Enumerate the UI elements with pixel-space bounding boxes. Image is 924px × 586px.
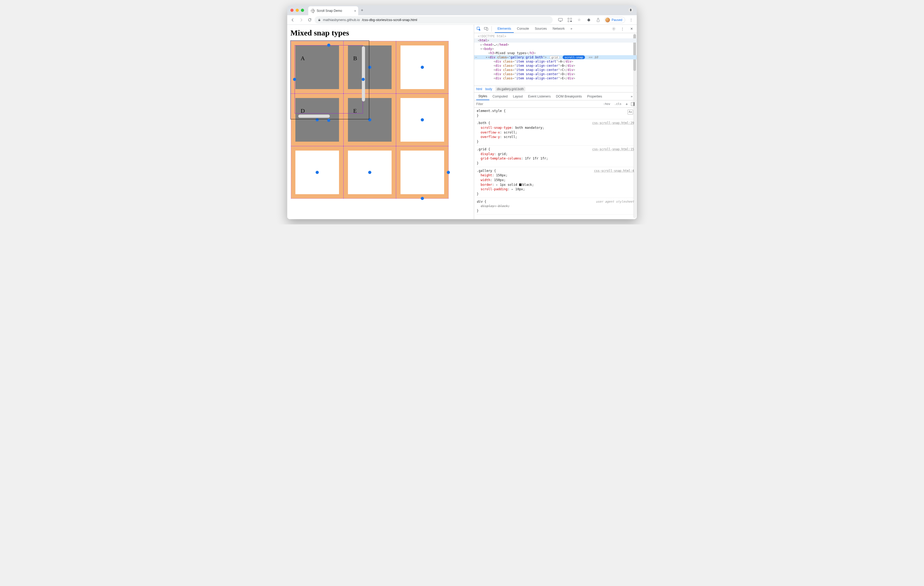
rule-source: user agent stylesheet — [596, 200, 634, 204]
dom-node[interactable]: <!DOCTYPE html> — [474, 34, 637, 38]
tab-properties[interactable]: Properties — [585, 93, 604, 100]
dom-node[interactable]: <div class="item snap-align-center">B</d… — [474, 64, 637, 68]
kebab-menu-icon[interactable]: ⋮ — [628, 17, 635, 23]
lock-icon — [318, 18, 321, 21]
minimize-window-icon[interactable] — [295, 9, 299, 12]
scroll-snap-badge[interactable]: scroll-snap — [563, 55, 585, 59]
grid-cell[interactable] — [396, 41, 449, 94]
tab-sources[interactable]: Sources — [532, 25, 549, 33]
styles-rules[interactable]: Aᴀ element.style {} css-scroll-snap.html… — [474, 108, 637, 219]
screen-share-icon[interactable] — [557, 17, 564, 23]
address-bar[interactable]: mathiasbynens.github.io/css-dbg-stories/… — [315, 16, 553, 24]
style-rule[interactable]: css-scroll-snap.html:29 .both { scroll-s… — [477, 121, 634, 145]
new-style-rule-button[interactable]: + — [625, 101, 629, 107]
crumb-selected[interactable]: div.gallery.grid.both — [495, 87, 525, 91]
cell-label: D — [300, 107, 305, 114]
close-tab-icon[interactable]: × — [354, 9, 356, 13]
devtools-panel: Elements Console Sources Network » ⋮ ✕ <… — [474, 25, 637, 219]
snap-point-icon — [368, 118, 371, 121]
grid-badge[interactable]: grid — [549, 56, 559, 59]
snap-axis-dot — [327, 119, 330, 122]
url-path: /css-dbg-stories/css-scroll-snap.html — [362, 18, 417, 22]
inspect-element-icon[interactable] — [476, 26, 482, 32]
snap-axis-dot — [361, 78, 365, 81]
grid-cell[interactable]: B — [343, 41, 396, 94]
grid-cell[interactable]: D — [291, 94, 343, 146]
computed-toggle-icon[interactable] — [631, 102, 635, 106]
tabs-overflow-icon[interactable]: » — [568, 25, 575, 33]
bookmark-star-icon[interactable]: ☆ — [576, 17, 582, 23]
styles-filter-input[interactable] — [476, 102, 600, 106]
extensions-icon[interactable] — [585, 17, 592, 23]
style-rule[interactable]: user agent stylesheet div { display: blo… — [477, 200, 634, 215]
grid-cell[interactable] — [343, 146, 396, 199]
elements-tree[interactable]: <!DOCTYPE html> <html> ▸<head>…</head> ▾… — [474, 33, 637, 86]
dom-node[interactable]: ▾<body> — [474, 47, 637, 51]
gear-icon[interactable] — [610, 26, 617, 32]
device-toolbar-icon[interactable] — [483, 26, 489, 32]
rule-source[interactable]: css-scroll-snap.html:4 — [594, 169, 634, 173]
color-swatch-icon[interactable] — [519, 183, 521, 186]
toolbar: mathiasbynens.github.io/css-dbg-stories/… — [287, 15, 637, 25]
new-tab-button[interactable]: + — [361, 8, 363, 13]
vertical-scrollbar[interactable] — [362, 46, 365, 101]
dom-node[interactable]: <div class="item snap-align-center">D</d… — [474, 72, 637, 76]
crumb-html[interactable]: html — [476, 87, 482, 91]
gallery-grid[interactable]: A B D E — [291, 41, 449, 199]
maximize-window-icon[interactable] — [301, 9, 304, 12]
grid-cell[interactable] — [291, 146, 343, 199]
dom-node[interactable]: <h3>Mixed snap types</h3> — [474, 51, 637, 55]
style-rule[interactable]: css-scroll-snap.html:15 .grid { display:… — [477, 147, 634, 167]
dom-node[interactable]: <html> — [474, 38, 637, 43]
tab-console[interactable]: Console — [514, 25, 531, 33]
hov-toggle[interactable]: :hov — [602, 102, 612, 106]
devtools-menu-icon[interactable]: ⋮ — [619, 26, 626, 32]
cell-label: A — [300, 55, 305, 62]
style-rule[interactable]: Aᴀ element.style {} — [477, 109, 634, 119]
dom-node[interactable]: <div class="item snap-align-start">A</di… — [474, 59, 637, 64]
grid-cell[interactable] — [396, 94, 449, 146]
style-rule[interactable]: css-scroll-snap.html:4 .gallery { height… — [477, 169, 634, 198]
back-button[interactable] — [289, 17, 296, 23]
cell-label: E — [353, 107, 356, 114]
grid-cell[interactable]: E — [343, 94, 396, 146]
labs-icon[interactable] — [595, 17, 602, 23]
font-size-toggle-icon[interactable]: Aᴀ — [627, 110, 633, 115]
crumb-body[interactable]: body — [485, 87, 492, 91]
cls-toggle[interactable]: .cls — [613, 102, 622, 106]
tab-layout[interactable]: Layout — [511, 93, 525, 100]
qr-icon[interactable] — [566, 17, 573, 23]
dom-node[interactable]: <div class="item snap-align-center">E</d… — [474, 76, 637, 81]
styles-tabs: Styles Computed Layout Event Listeners D… — [474, 92, 637, 101]
browser-tab[interactable]: Scroll Snap Demo × — [308, 6, 358, 15]
profile-paused-button[interactable]: Paused — [604, 17, 625, 23]
devtools-toolbar: Elements Console Sources Network » ⋮ ✕ — [474, 25, 637, 33]
breadcrumb: html body div.gallery.grid.both — [474, 86, 637, 92]
tab-event-listeners[interactable]: Event Listeners — [526, 93, 553, 100]
globe-icon — [311, 9, 315, 13]
grid-cell[interactable]: A — [291, 41, 343, 94]
rule-source[interactable]: css-scroll-snap.html:29 — [592, 121, 634, 125]
snap-point-icon — [368, 171, 371, 174]
tab-elements[interactable]: Elements — [495, 25, 514, 33]
tab-computed[interactable]: Computed — [490, 93, 510, 100]
close-window-icon[interactable] — [290, 9, 294, 12]
close-devtools-icon[interactable]: ✕ — [629, 26, 635, 32]
avatar-icon — [605, 18, 610, 22]
rule-source[interactable]: css-scroll-snap.html:15 — [592, 147, 634, 152]
dom-node[interactable]: ▸<head>…</head> — [474, 43, 637, 47]
page-title: Mixed snap types — [290, 28, 471, 37]
dom-node-selected[interactable]: ⋯ ▾<div class="gallery grid both"> grid … — [474, 55, 637, 59]
grid-cell[interactable] — [396, 146, 449, 199]
horizontal-scrollbar[interactable] — [298, 115, 330, 118]
forward-button[interactable] — [298, 17, 305, 23]
reload-button[interactable] — [306, 17, 313, 23]
styles-filter-row: :hov .cls + — [474, 101, 637, 108]
dollar-zero-label: == $0 — [588, 55, 598, 59]
svg-rect-1 — [558, 18, 563, 21]
tab-dom-breakpoints[interactable]: DOM Breakpoints — [554, 93, 584, 100]
tab-search-icon[interactable] — [629, 8, 633, 12]
tab-network[interactable]: Network — [550, 25, 568, 33]
tab-styles[interactable]: Styles — [476, 93, 489, 100]
dom-node[interactable]: <div class="item snap-align-center">C</d… — [474, 68, 637, 72]
